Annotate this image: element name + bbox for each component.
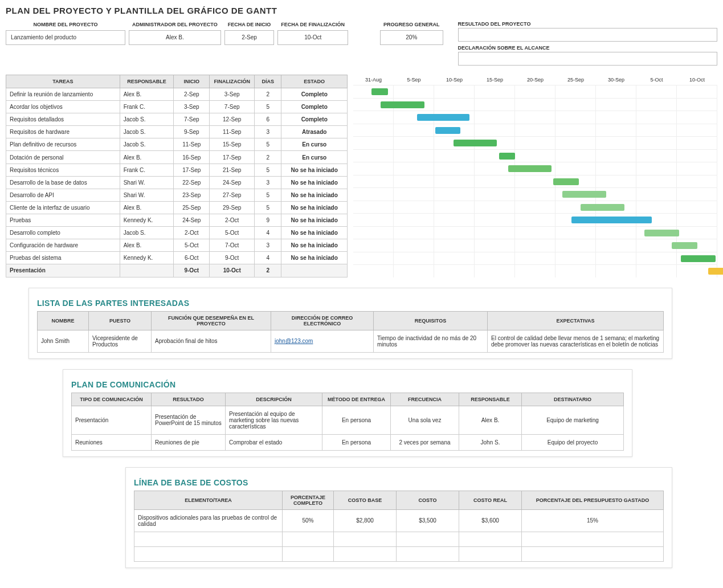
task-days: 5	[255, 189, 281, 201]
comm-type: Reuniones	[72, 434, 152, 450]
task-end: 17-Sep	[210, 151, 255, 164]
task-end: 11-Sep	[210, 126, 255, 138]
task-days: 9	[255, 214, 281, 226]
task-end: 5-Oct	[210, 227, 255, 239]
task-end: 15-Sep	[210, 138, 255, 151]
stakeholders-title: LISTA DE LAS PARTES INTERESADAS	[37, 299, 664, 308]
task-status: Completo	[281, 113, 348, 126]
gantt-row	[353, 136, 717, 149]
meta-header-result: RESULTADO DEL PROYECTO	[458, 20, 717, 28]
gantt-bar	[499, 153, 516, 160]
cost-table: ELEMENTO/TAREA PORCENTAJE COMPLETO COSTO…	[134, 491, 664, 562]
gantt-bar	[562, 191, 606, 198]
comm-owner: Alex B.	[459, 406, 522, 434]
task-start: 2-Oct	[174, 227, 210, 239]
task-days: 5	[255, 201, 281, 214]
gantt-row	[353, 124, 717, 137]
gantt-bar	[454, 140, 497, 146]
comm-desc: Presentación al equipo de marketing sobr…	[226, 406, 322, 434]
communication-table: TIPO DE COMUNICACIÓN RESULTADO DESCRIPCI…	[71, 393, 624, 451]
task-days: 2	[255, 88, 281, 101]
cost-budget: 15%	[522, 509, 664, 532]
table-row: Dispositivos adicionales para las prueba…	[134, 509, 664, 532]
sh-name: NOMBRE	[38, 311, 89, 330]
meta-scope-box[interactable]	[458, 52, 717, 66]
task-name: Pruebas del sistema	[6, 252, 120, 264]
task-start: 23-Sep	[174, 189, 210, 201]
task-owner: Alex B.	[120, 201, 174, 214]
task-name: Requisitos de hardware	[6, 126, 120, 138]
co-cost: COSTO	[397, 491, 459, 509]
gantt-row	[353, 201, 717, 214]
email-link[interactable]: john@123.com	[275, 338, 313, 344]
task-owner: Frank C.	[120, 164, 174, 176]
task-owner: Alex B.	[120, 88, 174, 101]
task-status: Completo	[281, 88, 348, 101]
task-owner: Kennedy K.	[120, 252, 174, 264]
ch-method: MÉTODO DE ENTREGA	[322, 393, 391, 406]
task-owner: Shari W.	[120, 176, 174, 189]
comm-target: Equipo de marketing	[522, 406, 624, 434]
comm-desc: Comprobar el estado	[226, 434, 322, 450]
task-status: No se ha iniciado	[281, 189, 348, 201]
comm-target: Equipo del proyecto	[522, 434, 624, 450]
table-row: Plan definitivo de recursos Jacob S. 11-…	[6, 138, 348, 151]
task-status: No se ha iniciado	[281, 201, 348, 214]
ch-result: RESULTADO	[152, 393, 226, 406]
gantt-row	[353, 264, 717, 277]
ch-type: TIPO DE COMUNICACIÓN	[72, 393, 152, 406]
meta-result-box[interactable]	[458, 28, 717, 42]
task-status: En curso	[281, 138, 348, 151]
sh-exp-cell: El control de calidad debe llevar menos …	[488, 330, 664, 352]
task-name: Presentación	[6, 264, 120, 277]
project-meta: NOMBRE DEL PROYECTO Lanzamiento del prod…	[6, 20, 717, 68]
task-name: Desarrollo de API	[6, 189, 120, 201]
task-name: Requisitos técnicos	[6, 164, 120, 176]
task-owner: Jacob S.	[120, 126, 174, 138]
co-real: COSTO REAL	[459, 491, 522, 509]
task-name: Configuración de hardware	[6, 239, 120, 252]
gantt-row	[353, 85, 717, 98]
task-days: 4	[255, 227, 281, 239]
stakeholders-card: LISTA DE LAS PARTES INTERESADAS NOMBRE P…	[28, 288, 672, 359]
task-name: Acordar los objetivos	[6, 101, 120, 113]
task-owner	[120, 264, 174, 277]
gantt-date-label: 5-Sep	[394, 75, 434, 85]
task-end: 29-Sep	[210, 201, 255, 214]
meta-end: 10-Oct	[277, 30, 348, 45]
task-status: No se ha iniciado	[281, 214, 348, 226]
task-name: Dotación de personal	[6, 151, 120, 164]
sh-role: PUESTO	[89, 311, 152, 330]
co-budget: PORCENTAJE DEL PRESUPUESTO GASTADO	[522, 491, 664, 509]
task-end: 10-Oct	[210, 264, 255, 277]
comm-method: En persona	[322, 406, 391, 434]
gantt-date-label: 15-Sep	[475, 75, 515, 85]
sh-func: FUNCIÓN QUE DESEMPEÑA EN EL PROYECTO	[152, 311, 271, 330]
cost-base: $2,800	[334, 509, 397, 532]
task-start: 7-Sep	[174, 113, 210, 126]
task-name: Cliente de la interfaz de usuario	[6, 201, 120, 214]
page-title: PLAN DEL PROYECTO Y PLANTILLA DEL GRÁFIC…	[6, 6, 717, 15]
task-start: 25-Sep	[174, 201, 210, 214]
gantt-bar	[508, 165, 552, 172]
gantt-date-label: 10-Sep	[434, 75, 475, 85]
table-row: Pruebas Kennedy K. 24-Sep 2-Oct 9 No se …	[6, 214, 348, 226]
task-days: 3	[255, 239, 281, 252]
task-start: 16-Sep	[174, 151, 210, 164]
gantt-bar	[672, 242, 697, 249]
task-start: 6-Oct	[174, 252, 210, 264]
co-base: COSTO BASE	[334, 491, 397, 509]
task-status: No se ha iniciado	[281, 227, 348, 239]
meta-progress: 20%	[380, 30, 443, 45]
task-name: Definir la reunión de lanzamiento	[6, 88, 120, 101]
comm-method: En persona	[322, 434, 391, 450]
table-row: Presentación 9-Oct 10-Oct 2	[6, 264, 348, 277]
stakeholders-table: NOMBRE PUESTO FUNCIÓN QUE DESEMPEÑA EN E…	[37, 311, 664, 353]
table-row	[134, 532, 664, 546]
gantt-date-label: 5-Oct	[636, 75, 677, 85]
task-start: 22-Sep	[174, 176, 210, 189]
task-start: 24-Sep	[174, 214, 210, 226]
task-start: 5-Oct	[174, 239, 210, 252]
task-owner: Frank C.	[120, 101, 174, 113]
meta-manager: Alex B.	[129, 30, 221, 45]
